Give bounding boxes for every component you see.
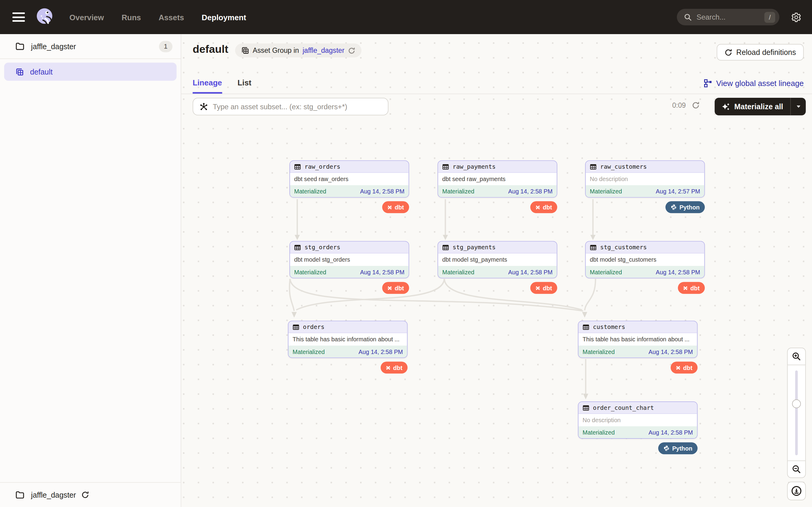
zoom-slider-handle[interactable] [792,399,801,408]
sidebar-repo-count-badge: 1 [159,41,172,52]
sidebar-footer-repo-label: jaffle_dagster [31,491,76,499]
folder-icon [15,491,24,499]
view-global-asset-lineage-label: View global asset lineage [716,79,804,88]
status-badge: Materialized [590,188,622,194]
table-icon [442,163,449,170]
nav-assets[interactable]: Assets [159,13,184,21]
asset-description: dbt model stg_payments [438,253,557,266]
asset-name: order_count_chart [593,404,654,411]
zoom-slider-track [795,370,798,455]
status-badge: Materialized [590,269,622,275]
dbt-badge: dbt [530,282,557,294]
page-title: default [193,43,229,55]
materialization-timestamp[interactable]: Aug 14, 2:58 PM [359,349,403,355]
asset-description: No description [578,414,697,426]
status-badge: Materialized [583,429,615,436]
asset-node-stg-orders[interactable]: stg_orders dbt model stg_orders Material… [289,241,409,278]
asset-node-customers[interactable]: customers This table has basic informati… [578,321,698,358]
zoom-out-icon [792,464,801,474]
asset-node-orders[interactable]: orders This table has basic information … [288,321,408,358]
asset-group-icon [241,47,249,54]
zoom-out-button[interactable] [787,460,806,478]
badge-label: dbt [543,285,552,291]
table-icon [590,244,597,250]
materialization-timestamp[interactable]: Aug 14, 2:58 PM [649,349,693,355]
materialization-timestamp[interactable]: Aug 14, 2:58 PM [508,188,553,194]
asset-group-breadcrumb-pill: Asset Group in jaffle_dagster [235,44,361,57]
zoom-slider[interactable] [787,365,806,460]
materialization-timestamp[interactable]: Aug 14, 2:58 PM [656,269,700,275]
table-icon [590,163,597,170]
table-icon [294,163,301,170]
badge-label: dbt [683,364,692,371]
table-icon [293,324,299,330]
sidebar-repo-row[interactable]: jaffle_dagster 1 [0,34,181,59]
fit-view-button[interactable] [787,482,806,500]
asset-node-stg-payments[interactable]: stg_payments dbt model stg_payments Mate… [438,241,557,278]
asset-name: raw_payments [453,163,495,170]
dbt-logo-icon [387,204,392,210]
nav-overview[interactable]: Overview [69,13,104,21]
asset-subset-filter-input[interactable]: Type an asset subset... (ex: stg_orders+… [193,98,389,115]
materialize-all-button[interactable]: Materialize all [715,98,791,115]
fit-view-icon [791,485,802,497]
materialize-options-caret[interactable] [791,98,806,115]
sidebar-repo-label: jaffle_dagster [31,42,159,50]
dagster-logo-icon[interactable] [34,6,56,28]
repo-link[interactable]: jaffle_dagster [303,47,345,54]
filter-placeholder: Type an asset subset... (ex: stg_orders+… [213,102,347,110]
materialization-timestamp[interactable]: Aug 14, 2:58 PM [508,269,553,275]
pill-prefix-text: Asset Group in [253,47,299,54]
status-badge: Materialized [442,269,474,275]
asset-node-order-count-chart[interactable]: order_count_chart No description Materia… [578,401,698,439]
table-icon [294,244,301,250]
hamburger-menu-icon[interactable] [12,12,25,22]
sidebar-divider [0,59,181,59]
python-badge: Python [658,442,698,454]
asset-node-stg-customers[interactable]: stg_customers dbt model stg_customers Ma… [585,241,705,278]
view-global-asset-lineage-link[interactable]: View global asset lineage [704,79,804,88]
asset-node-raw-orders[interactable]: raw_orders dbt seed raw_orders Materiali… [289,160,409,198]
search-shortcut-key: / [764,12,775,23]
search-placeholder: Search... [697,13,765,21]
materialization-timestamp[interactable]: Aug 14, 2:58 PM [360,269,404,275]
asset-description: dbt model stg_customers [586,253,704,266]
dbt-logo-icon [683,285,688,291]
op-selector-icon [199,102,208,111]
settings-gear-icon[interactable] [791,12,802,23]
sidebar-item-default-group[interactable]: default [4,62,177,80]
lineage-graph-canvas[interactable]: Type an asset subset... (ex: stg_orders+… [181,94,812,507]
asset-name: customers [593,323,625,331]
dbt-badge: dbt [530,201,557,213]
python-logo-icon [663,445,670,451]
badge-label: dbt [395,204,404,210]
refresh-icon[interactable] [81,491,89,499]
badge-label: dbt [690,285,700,291]
dbt-logo-icon [387,285,392,291]
nav-runs[interactable]: Runs [121,13,141,21]
dbt-badge: dbt [382,201,409,213]
tab-list[interactable]: List [238,78,251,94]
asset-node-raw-customers[interactable]: raw_customers No description Materialize… [585,160,705,198]
materialization-timestamp[interactable]: Aug 14, 2:58 PM [649,429,693,436]
reload-definitions-button[interactable]: Reload definitions [717,44,804,61]
dagster-app: Overview Runs Assets Deployment Search..… [0,0,812,507]
asset-node-raw-payments[interactable]: raw_payments dbt seed raw_payments Mater… [438,160,557,198]
top-nav-bar: Overview Runs Assets Deployment Search..… [0,0,812,34]
dbt-logo-icon [676,364,680,371]
dbt-logo-icon [386,364,391,371]
tab-lineage[interactable]: Lineage [193,78,222,94]
refresh-icon[interactable] [348,47,355,54]
asset-description: This table has basic information about .… [578,333,697,345]
status-badge: Materialized [293,349,325,355]
materialize-all-split-button: Materialize all [715,98,806,115]
refresh-icon[interactable] [692,101,700,109]
nav-deployment[interactable]: Deployment [202,13,246,21]
materialization-timestamp[interactable]: Aug 14, 2:57 PM [656,188,700,194]
materialization-timestamp[interactable]: Aug 14, 2:58 PM [360,188,404,194]
dbt-badge: dbt [678,282,705,294]
asset-description: No description [586,173,704,185]
zoom-in-button[interactable] [787,348,806,365]
folder-icon [15,43,24,50]
global-search-input[interactable]: Search... / [677,9,779,25]
